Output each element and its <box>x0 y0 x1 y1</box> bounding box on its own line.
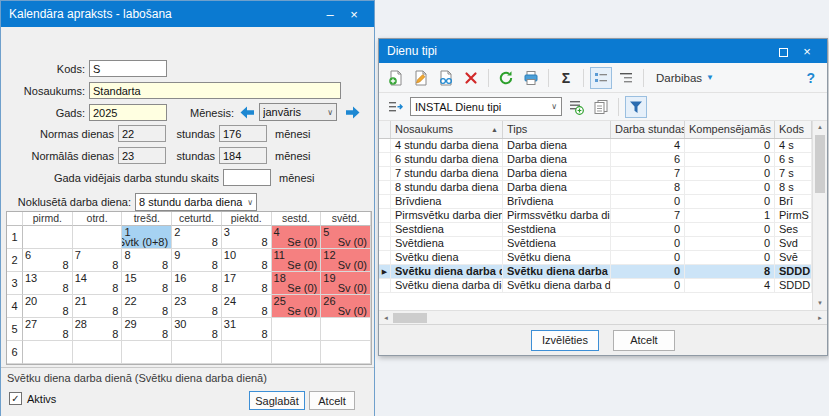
table-row[interactable]: SvētdienaSvētdiena00Svd <box>379 237 812 251</box>
calendar-day-cell[interactable]: 38 <box>222 226 272 249</box>
help-icon[interactable]: ? <box>800 70 821 86</box>
sum-icon[interactable]: Σ <box>555 67 577 89</box>
gads-input[interactable] <box>89 104 167 121</box>
prev-month-icon[interactable] <box>239 105 257 121</box>
choose-button[interactable]: Izvēlēties <box>531 330 599 351</box>
calendar-day-cell[interactable]: 278 <box>23 318 73 341</box>
column-header-darba-stundas[interactable]: Darba stundas <box>611 121 685 138</box>
nosaukums-input[interactable] <box>89 82 341 99</box>
kods-input[interactable] <box>89 60 167 77</box>
aktivs-checkbox[interactable]: ✓ <box>9 392 22 405</box>
table-row[interactable]: Svētku dienaSvētku diena00Svē <box>379 251 812 265</box>
edit-record-icon[interactable] <box>410 67 432 89</box>
horizontal-scroll-thumb[interactable] <box>393 313 427 323</box>
calendar-day-cell[interactable]: 26Sv (0) <box>321 295 371 318</box>
calendar-day-cell[interactable]: 178 <box>222 272 272 295</box>
apply-layout-icon[interactable] <box>385 96 407 118</box>
table-row[interactable]: 4 stundu darba dienaDarba diena404 s <box>379 139 812 153</box>
calendar-day-cell[interactable]: 238 <box>172 295 222 318</box>
calendar-day-cell[interactable]: 88 <box>122 249 172 272</box>
refresh-icon[interactable] <box>495 67 517 89</box>
minimize-icon[interactable]: – <box>318 7 342 22</box>
normalas-dienas-input[interactable] <box>118 147 166 164</box>
column-header-tips[interactable]: Tips <box>503 121 611 138</box>
view-record-icon[interactable] <box>435 67 457 89</box>
calendar-day-cell[interactable]: 18Se (0) <box>272 272 322 295</box>
cancel-button[interactable]: Atcelt <box>613 330 675 351</box>
tree-view-icon[interactable] <box>615 67 637 89</box>
week-number: 2 <box>7 249 23 272</box>
table-row[interactable]: Pirmsvētku darba dienaPirmssvētku darba … <box>379 209 812 223</box>
calendar-day-cell[interactable]: 308 <box>172 318 222 341</box>
month-select[interactable]: janvāris ∨ <box>259 103 337 121</box>
table-row[interactable]: 6 stundu darba dienaDarba diena606 s <box>379 153 812 167</box>
scroll-up-icon[interactable]: ▲ <box>813 121 827 134</box>
column-header-nosaukums[interactable]: Nosaukums ▲ <box>391 121 503 138</box>
cancel-button[interactable]: Atcelt <box>309 391 355 410</box>
calendar-day-cell[interactable]: 11Se (0) <box>272 249 322 272</box>
calendar-day-cell[interactable]: 68 <box>23 249 73 272</box>
save-button[interactable]: Saglabāt <box>249 391 305 410</box>
table-row[interactable]: 7 stundu darba dienaDarba diena707 s <box>379 167 812 181</box>
normas-dienas-input[interactable] <box>118 125 166 142</box>
new-record-icon[interactable] <box>385 67 407 89</box>
calendar-day-cell[interactable]: 148 <box>73 272 123 295</box>
calendar-day-cell[interactable]: 4Se (0) <box>272 226 322 249</box>
copy-layout-icon[interactable] <box>590 96 612 118</box>
scroll-left-icon[interactable]: ◄ <box>379 315 393 321</box>
default-workday-select[interactable]: 8 stundu darba diena ∨ <box>135 193 257 211</box>
calendar-day-cell[interactable]: 168 <box>172 272 222 295</box>
vertical-scroll-thumb[interactable] <box>815 135 825 193</box>
scroll-down-icon[interactable]: ▼ <box>813 297 827 310</box>
calendar-day-cell[interactable]: 208 <box>23 295 73 318</box>
close-icon[interactable]: × <box>795 44 819 59</box>
horizontal-scrollbar[interactable]: ◄ ► <box>379 310 827 324</box>
calendar-day-cell[interactable]: 248 <box>222 295 272 318</box>
week-number: 4 <box>7 295 23 318</box>
calendar-day-cell[interactable]: 318 <box>222 318 272 341</box>
filter-icon[interactable] <box>625 96 647 118</box>
calendar-day-cell[interactable]: 5Sv (0) <box>321 226 371 249</box>
normas-stundas-input[interactable] <box>219 125 267 142</box>
calendar-empty-cell <box>321 341 371 364</box>
delete-record-icon[interactable] <box>460 67 482 89</box>
next-month-icon[interactable] <box>344 105 362 121</box>
layout-select[interactable]: INSTAL Dienu tipi ∨ <box>410 97 562 116</box>
table-row[interactable]: BrīvdienaBrīvdiena00Brī <box>379 195 812 209</box>
actions-menu-button[interactable]: Darbibas ▼ <box>650 72 720 84</box>
calendar-day-cell[interactable]: 98 <box>172 249 222 272</box>
close-icon[interactable]: × <box>342 7 366 22</box>
list-view-icon[interactable] <box>590 67 612 89</box>
vertical-scrollbar[interactable]: ▲ ▼ <box>812 121 827 310</box>
calendar-day-cell[interactable]: 12Sv (0) <box>321 249 371 272</box>
calendar-day-cell[interactable]: 19Sv (0) <box>321 272 371 295</box>
calendar-day-cell[interactable]: 228 <box>122 295 172 318</box>
calendar-day-cell[interactable]: 25Se (0) <box>272 295 322 318</box>
normalas-stundas-input[interactable] <box>219 147 267 164</box>
calendar-day-cell[interactable]: 288 <box>73 318 123 341</box>
table-row[interactable]: SestdienaSestdiena00Ses <box>379 223 812 237</box>
print-icon[interactable] <box>520 67 542 89</box>
calendar-day-cell[interactable]: 298 <box>122 318 172 341</box>
dialog-buttons: Izvēlēties Atcelt <box>379 324 827 355</box>
calendar-window-titlebar[interactable]: Kalendāra apraksts - labošana – × <box>1 1 374 27</box>
calendar-day-cell[interactable]: 78 <box>73 249 123 272</box>
calendar-day-cell[interactable]: 158 <box>122 272 172 295</box>
calendar-day-cell[interactable]: 1Svtk (0+8) <box>122 226 172 249</box>
nosaukums-label: Nosaukums: <box>1 85 85 97</box>
add-layout-icon[interactable] <box>565 96 587 118</box>
column-header-kompensejamas[interactable]: Kompensējamās ... <box>685 121 775 138</box>
scroll-right-icon[interactable]: ► <box>813 315 827 321</box>
calendar-day-cell[interactable]: 108 <box>222 249 272 272</box>
videjais-input[interactable] <box>223 169 271 186</box>
calendar-day-cell[interactable]: 28 <box>172 226 222 249</box>
day-types-titlebar[interactable]: Dienu tipi × <box>379 39 827 63</box>
table-row[interactable]: Svētku diena darba dienā 4Svētku diena d… <box>379 279 812 293</box>
calendar-day-cell[interactable]: 138 <box>23 272 73 295</box>
table-row[interactable]: 8 stundu darba dienaDarba diena808 s <box>379 181 812 195</box>
table-row[interactable]: ▶Svētku diena darba dienāSvētku diena da… <box>379 265 812 279</box>
maximize-icon[interactable] <box>771 44 795 59</box>
weekday-header: ceturtd. <box>172 212 222 226</box>
calendar-day-cell[interactable]: 218 <box>73 295 123 318</box>
column-header-kods[interactable]: Kods <box>775 121 812 138</box>
